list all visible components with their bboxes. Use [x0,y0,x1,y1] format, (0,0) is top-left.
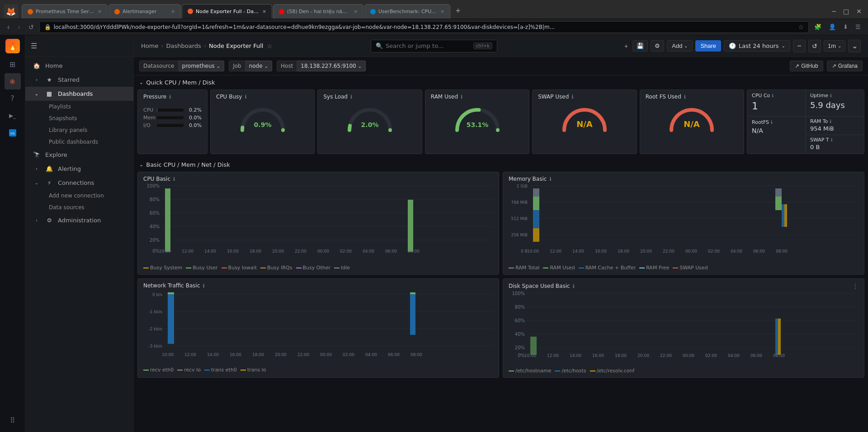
uptime-info-icon[interactable]: ℹ [830,93,832,98]
sys-load-info-icon[interactable]: ℹ [350,94,352,100]
window-minimize[interactable]: ─ [830,7,839,16]
section1-header[interactable]: ⌄ Quick CPU / Mem / Disk [134,75,868,89]
extensions-button[interactable]: 🧩 [811,23,824,31]
pressure-mem-row: Mem 0.0% [143,115,202,121]
nav-item-alerting[interactable]: › 🔔 Alerting [25,162,133,176]
svg-text:08:00: 08:00 [408,249,420,254]
nav-sub-public-dashboards[interactable]: Public dashboards [25,136,133,148]
tab-userbenchmark-close[interactable]: ✕ [441,9,444,14]
global-search[interactable]: 🔍 Search or jump to... ctrl+k [371,40,497,52]
window-close[interactable]: ✕ [854,7,864,16]
network-basic-header: Network Traffic Basic ℹ [138,279,499,291]
settings-button[interactable]: ⚙ [651,40,664,52]
sidebar-toggle[interactable]: ☰ [31,42,37,50]
tab-userbenchmark[interactable]: UserBenchmark: CPU Spe... ✕ [364,4,450,19]
svg-rect-42 [533,197,539,210]
url-bar[interactable]: 🔒 localhost:3000/d/rYdddlPWk/node-export… [39,21,809,33]
pressure-cpu-row: CPU 0.2% [143,107,202,113]
svg-text:00:00: 00:00 [685,249,697,254]
dock-item-vscode[interactable]: VS [5,125,21,141]
nav-item-administration[interactable]: › ⚙ Administration [25,213,133,227]
add-panel-button[interactable]: + [623,41,630,52]
nav-playlists-label: Playlists [49,103,71,110]
network-basic-info-icon[interactable]: ℹ [203,283,205,289]
rootfs-stat-info-icon[interactable]: ℹ [771,120,773,125]
swap-total-info-icon[interactable]: ℹ [831,137,833,142]
github-button[interactable]: ↗ GitHub [790,61,823,71]
tab-prometheus-close[interactable]: ✕ [98,9,102,14]
dock-item-home[interactable]: ⊞ [5,56,21,72]
save-button[interactable]: 💾 [632,40,648,52]
cpu-co-info-icon[interactable]: ℹ [772,93,774,98]
cpu-busy-info-icon[interactable]: ℹ [245,94,246,100]
breadcrumb-dashboards[interactable]: Dashboards [166,42,201,49]
section2-header[interactable]: ⌄ Basic CPU / Mem / Net / Disk [134,158,868,172]
nav-sub-library-panels[interactable]: Library panels [25,124,133,136]
downloads-button[interactable]: ⬇ [840,23,851,31]
tab-video[interactable]: (58) Den - hai triệu năm f... PLAYING ✕ [273,4,363,19]
time-range-picker[interactable]: 🕐 Last 24 hours ⌄ [724,40,790,52]
nav-sub-snapshots[interactable]: Snapshots [25,113,133,124]
cpu-basic-info-icon[interactable]: ℹ [173,176,175,182]
menu-button[interactable]: ☰ [853,23,863,31]
dock-item-grid[interactable]: ⠿ [5,412,21,428]
pressure-cpu-value: 0.2% [186,107,202,113]
nav-item-home[interactable]: 🏠 Home [25,59,133,73]
window-maximize[interactable]: □ [840,7,852,16]
breadcrumb-home[interactable]: Home [141,42,158,49]
host-picker[interactable]: Host 18.138.227.65:9100 ⌄ [277,61,366,71]
bookmark-icon[interactable]: ☆ [798,23,804,31]
back-button[interactable]: ‹ [5,22,12,32]
star-icon: ★ [45,76,53,83]
swap-used-info-icon[interactable]: ℹ [571,94,573,100]
svg-text:12:00: 12:00 [547,353,559,358]
tab-alertmanager[interactable]: Alertmanager ✕ [108,4,181,19]
datasource-picker[interactable]: Datasource prometheus ⌄ [139,61,224,71]
nav-sub-add-connection[interactable]: Add new connection [25,190,133,202]
root-fs-info-icon[interactable]: ℹ [684,94,686,100]
pressure-info-icon[interactable]: ℹ [169,94,171,100]
svg-text:40%: 40% [150,224,160,229]
collapse-button[interactable]: ⌄ [848,40,861,52]
nav-item-connections[interactable]: ⌄ ⚡ Connections [25,176,133,190]
tab-prometheus[interactable]: Prometheus Time Series ✕ [22,4,108,19]
memory-basic-info-icon[interactable]: ℹ [549,176,551,182]
breadcrumb: Home › Dashboards › Node Exporter Full [141,42,263,49]
svg-text:02:00: 02:00 [705,353,717,358]
share-button[interactable]: Share [695,40,721,52]
nav-section: 🏠 Home › ★ Starred ⌄ ▦ Dashboards Playli… [25,57,133,229]
profile-button[interactable]: 👤 [826,23,839,31]
reload-button[interactable]: ↺ [26,23,37,32]
nav-item-dashboards[interactable]: ⌄ ▦ Dashboards [25,87,133,101]
favorite-button[interactable]: ☆ [267,42,273,50]
add-button[interactable]: Add ⌄ [667,40,693,52]
tab-node-exporter[interactable]: Node Exporter Full - Das... ✕ [182,4,272,19]
nav-sub-playlists[interactable]: Playlists [25,101,133,113]
zoom-out-button[interactable]: − [793,40,806,52]
dock-item-apps[interactable]: ⊕ [5,73,21,89]
svg-text:02:00: 02:00 [343,352,354,357]
dock-item-terminal[interactable]: ▶_ [5,108,21,124]
svg-text:06:00: 06:00 [388,352,400,357]
disk-space-more-icon[interactable]: ⋮ [852,282,859,290]
tab-alertmanager-close[interactable]: ✕ [171,9,175,14]
dock-item-question[interactable]: ? [5,90,21,107]
refresh-interval-button[interactable]: 1m ⌄ [824,40,845,52]
add-tab-button[interactable]: + [451,5,465,18]
tab-video-close[interactable]: ✕ [354,9,358,14]
disk-space-info-icon[interactable]: ℹ [573,283,575,289]
grafana-logo[interactable]: 🔥 [5,39,20,53]
job-picker[interactable]: Job node ⌄ [229,61,272,71]
refresh-dashboard-button[interactable]: ↺ [808,40,821,52]
nav-item-starred[interactable]: › ★ Starred [25,73,133,87]
svg-text:04:00: 04:00 [363,249,374,254]
forward-button[interactable]: › [15,22,23,32]
grafana-link-button[interactable]: ↗ Grafana [827,61,863,71]
nav-sub-data-sources[interactable]: Data sources [25,202,133,213]
tab-node-exporter-close[interactable]: ✕ [263,9,266,14]
nav-item-explore[interactable]: 🔭 Explore [25,148,133,162]
svg-text:08:00: 08:00 [776,249,788,254]
ram-used-info-icon[interactable]: ℹ [461,94,462,100]
ram-used-body: 53.1% [425,101,529,138]
ram-total-info-icon[interactable]: ℹ [830,119,831,124]
